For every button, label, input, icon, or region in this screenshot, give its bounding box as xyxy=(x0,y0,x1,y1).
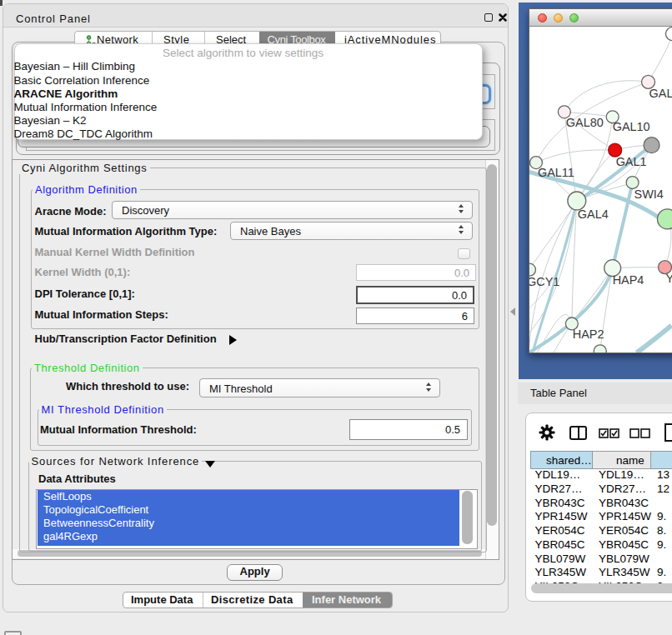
svg-text:GAL4: GAL4 xyxy=(578,208,609,221)
svg-text:GAL11: GAL11 xyxy=(538,166,574,179)
svg-text:HAP4: HAP4 xyxy=(613,273,644,287)
svg-text:HAP2: HAP2 xyxy=(573,328,604,341)
svg-text:GCY1: GCY1 xyxy=(529,275,559,288)
svg-text:SWI4: SWI4 xyxy=(634,188,664,201)
svg-text:GAL10: GAL10 xyxy=(613,120,650,133)
svg-text:GAL1: GAL1 xyxy=(616,155,647,168)
svg-text:Y: Y xyxy=(665,272,672,285)
svg-text:GAL8: GAL8 xyxy=(649,87,672,100)
svg-text:GAL80: GAL80 xyxy=(566,116,604,129)
